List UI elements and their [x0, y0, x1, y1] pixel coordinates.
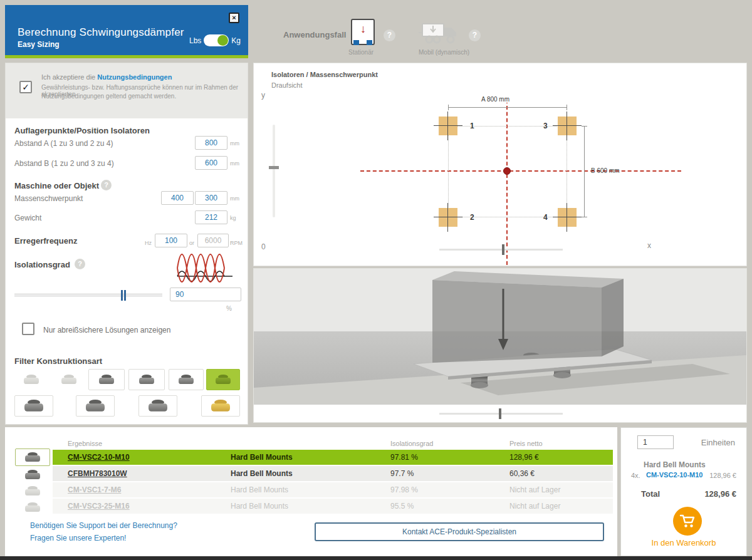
massenschwerpunkt-x-input[interactable] — [161, 191, 194, 205]
isolator-square-4[interactable] — [558, 208, 577, 227]
page-subtitle: Easy Sizing — [18, 40, 60, 49]
3d-rotation-slider[interactable] — [439, 413, 563, 415]
filter-tile-7[interactable] — [14, 395, 53, 417]
slider-handle[interactable] — [502, 244, 504, 255]
isolationsgrad-label: Isolationsgrad — [14, 260, 70, 269]
hz-unit-label: Hz — [145, 240, 152, 246]
isolation-value: 97.81 % — [390, 453, 418, 462]
help-icon-mobil[interactable]: ? — [469, 29, 481, 41]
massenschwerpunkt-label: Massenschwerpunkt — [14, 194, 83, 203]
product-name-link[interactable]: CM-VSC1-7-M6 — [68, 485, 121, 494]
isolation-value: 97.98 % — [390, 485, 418, 494]
mount-icon — [211, 399, 231, 412]
terms-note-line3: Nutzungsbedingungen geltend gemacht werd… — [41, 93, 176, 100]
isolator-square-2[interactable] — [439, 208, 457, 227]
result-row[interactable]: CFBMH783010W Hard Bell Mounts 97.7 % 60,… — [53, 466, 613, 481]
x-axis-label: x — [647, 241, 651, 250]
result-row-selected[interactable]: CM-VSC2-10-M10 Hard Bell Mounts 97.81 % … — [53, 450, 613, 465]
summary-product-link[interactable]: CM-VSC2-10-M10 — [646, 471, 702, 479]
slider-handle[interactable] — [269, 166, 279, 169]
abstand-b-input[interactable] — [195, 156, 227, 170]
dimension-b-label: B 600 mm — [591, 167, 620, 174]
filter-tile-9[interactable] — [138, 395, 177, 417]
result-thumb-2[interactable] — [15, 466, 50, 484]
help-icon-isolationsgrad[interactable]: ? — [75, 259, 85, 269]
mount-icon — [23, 375, 39, 385]
filter-tile-8[interactable] — [76, 395, 115, 417]
quantity-input[interactable] — [637, 435, 674, 449]
add-to-cart-label[interactable]: In den Warenkorb — [621, 538, 746, 547]
mount-icon — [98, 375, 115, 385]
gewicht-input[interactable] — [195, 210, 227, 224]
filter-tile-2[interactable] — [52, 369, 86, 390]
truck-icon[interactable] — [419, 20, 461, 48]
product-name-link[interactable]: CFBMH783010W — [68, 469, 127, 478]
terms-checkbox[interactable]: ✓ — [19, 81, 32, 93]
isolator-number-3: 3 — [543, 122, 548, 130]
result-thumb-1[interactable] — [15, 449, 50, 466]
filter-tile-1[interactable] — [14, 369, 48, 390]
mount-icon — [148, 399, 169, 412]
toggle-knob — [217, 35, 228, 46]
isolator-square-1[interactable] — [439, 117, 457, 135]
filter-tile-4[interactable] — [128, 369, 165, 390]
frequency-hz-input[interactable] — [155, 234, 187, 247]
vertical-position-slider[interactable] — [273, 125, 275, 217]
mount-icon — [178, 375, 194, 385]
terms-link[interactable]: Nutzungsbedingungen — [97, 73, 172, 81]
abstand-a-label: Abstand A (1 zu 3 und 2 zu 4) — [14, 139, 113, 148]
unit-label-kg: Kg — [231, 36, 241, 45]
add-to-cart-button[interactable] — [673, 507, 702, 536]
filter-tile-6-selected[interactable] — [206, 369, 240, 390]
isolation-value: 95.5 % — [390, 502, 414, 511]
product-name-link[interactable]: CM-VSC3-25-M16 — [68, 502, 130, 511]
close-icon[interactable]: × — [229, 13, 239, 23]
slider-handle[interactable] — [499, 408, 501, 419]
contact-specialists-button[interactable]: Kontakt ACE-Produkt-Spezialisten — [315, 522, 604, 541]
help-icon-stationaer[interactable]: ? — [384, 29, 395, 41]
result-row-disabled[interactable]: CM-VSC3-25-M16 Hard Bell Mounts 95.5 % N… — [53, 499, 613, 514]
massenschwerpunkt-unit: mm — [230, 195, 239, 202]
isolator-number-1: 1 — [470, 122, 474, 130]
dimension-a-line — [448, 105, 567, 110]
mount-icon — [24, 502, 41, 513]
app-header: Berechnung Schwingungsdämpfer Easy Sizin… — [5, 5, 248, 58]
filter-tile-3[interactable] — [88, 369, 125, 390]
abstand-a-unit: mm — [230, 140, 239, 147]
or-label: or — [189, 240, 194, 246]
isolationsgrad-slider[interactable] — [14, 294, 162, 296]
result-thumb-3[interactable] — [15, 482, 50, 500]
isolationsgrad-input[interactable] — [170, 288, 241, 301]
order-summary-panel: Einheiten Hard Bell Mounts 4x. CM-VSC2-1… — [620, 427, 747, 556]
total-label: Total — [641, 489, 660, 499]
product-name-link[interactable]: CM-VSC2-10-M10 — [68, 453, 130, 462]
result-row-disabled[interactable]: CM-VSC1-7-M6 Hard Bell Mounts 97.98 % Ni… — [53, 482, 613, 497]
unit-toggle[interactable] — [204, 34, 229, 46]
price-value: Nicht auf Lager — [509, 485, 560, 494]
massenschwerpunkt-y-input[interactable] — [195, 191, 227, 205]
abstand-a-input[interactable] — [195, 136, 227, 150]
support-line-1: Benötigen Sie Support bei der Berechnung… — [30, 521, 177, 530]
origin-label: 0 — [261, 242, 266, 251]
isolator-number-4: 4 — [543, 213, 548, 222]
mount-icon — [24, 486, 41, 497]
help-icon-maschine[interactable]: ? — [101, 180, 112, 190]
einheiten-label: Einheiten — [701, 438, 735, 447]
isolator-square-3[interactable] — [558, 117, 577, 135]
price-value: 60,36 € — [509, 469, 535, 478]
filter-tile-10[interactable] — [201, 395, 240, 417]
result-thumb-4[interactable] — [15, 499, 50, 516]
erregerfrequenz-label: Erregerfrequenz — [14, 236, 77, 246]
center-of-mass-dot[interactable] — [503, 167, 511, 175]
mobil-label: Mobil (dynamisch) — [419, 49, 469, 56]
3d-scene[interactable] — [254, 269, 746, 405]
frequency-rpm-input[interactable] — [197, 234, 229, 247]
abreissicher-checkbox[interactable] — [22, 323, 34, 335]
horizontal-position-slider[interactable] — [439, 249, 563, 251]
slider-handle[interactable] — [121, 290, 127, 301]
column-header-isolationsgrad: Isolationsgrad — [390, 440, 434, 447]
app-window: Berechnung Schwingungsdämpfer Easy Sizin… — [0, 0, 752, 560]
filter-tile-5[interactable] — [169, 369, 204, 390]
isolator-number-2: 2 — [470, 213, 474, 222]
stationaer-option[interactable]: ↓ — [351, 19, 375, 45]
